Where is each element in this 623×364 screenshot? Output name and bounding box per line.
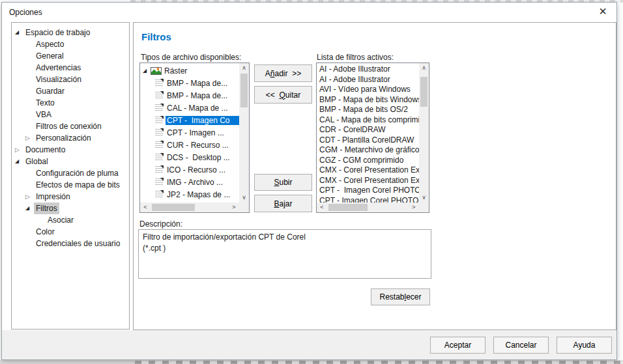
- button-label: ecer: [406, 292, 421, 301]
- active-filters-label: Lista de filtros activos:: [317, 53, 394, 62]
- horizontal-scrollbar[interactable]: < >: [317, 203, 419, 212]
- list-item[interactable]: IMG - Archivo ...: [140, 176, 239, 188]
- list-item[interactable]: CAL - Mapa de ...: [140, 102, 239, 114]
- bitmap-file-icon: [155, 128, 164, 137]
- dialog-title: Opciones: [9, 8, 42, 17]
- list-item[interactable]: BMP - Mapa de bits Windows: [317, 95, 419, 105]
- reset-button[interactable]: Restablecer: [371, 288, 430, 305]
- description-label: Descripción:: [139, 219, 182, 229]
- tree-expanded-icon[interactable]: ◢: [25, 203, 34, 214]
- tree-item-asociar[interactable]: Asociar: [12, 214, 129, 226]
- button-accel: S: [274, 178, 279, 187]
- list-item[interactable]: BMP - Mapa de...: [140, 77, 239, 89]
- scroll-left-icon[interactable]: <: [140, 203, 151, 212]
- vertical-scrollbar[interactable]: ∧ ∨: [239, 63, 249, 203]
- list-item[interactable]: CPT - Imagen ...: [140, 126, 239, 139]
- scroll-left-icon[interactable]: <: [317, 203, 327, 212]
- horizontal-scrollbar[interactable]: < >: [140, 203, 239, 212]
- add-button[interactable]: Añadir >>: [254, 64, 312, 82]
- list-item[interactable]: CGZ - CGM comprimido: [317, 156, 419, 166]
- button-accel: ñ: [270, 69, 275, 78]
- scroll-down-icon[interactable]: ∨: [419, 193, 429, 203]
- tree-item-label: Filtros de conexión: [34, 120, 104, 132]
- scroll-right-icon[interactable]: >: [409, 203, 419, 212]
- scroll-up-icon[interactable]: ∧: [239, 63, 249, 73]
- list-item[interactable]: JP2 - Mapas de ...: [140, 188, 239, 201]
- list-item[interactable]: CDR - CorelDRAW: [317, 125, 419, 135]
- bitmap-file-icon: [155, 104, 164, 112]
- tree-item-documento[interactable]: ▷Documento: [12, 144, 129, 156]
- list-item[interactable]: CGM - Metarchivo de gráficos: [317, 145, 419, 156]
- tree-item-visualizacion[interactable]: Visualización: [12, 74, 129, 85]
- scrollbar-thumb[interactable]: [240, 74, 248, 107]
- active-filters-viewport: AI - Adobe Illustrator AI - Adobe Illust…: [317, 63, 419, 203]
- tree-item-personalizacion[interactable]: ▷Personalización: [12, 132, 129, 144]
- description-box: Filtro de importación/exportación CPT de…: [138, 229, 431, 279]
- tree-item-configuracion-de-pluma[interactable]: Configuración de pluma: [12, 167, 129, 179]
- tree-item-global[interactable]: ◢Global: [12, 156, 129, 167]
- tree-collapsed-icon[interactable]: ▷: [15, 144, 23, 156]
- tree-item-label: Texto: [34, 97, 57, 109]
- list-item[interactable]: CAL - Mapa de bits comprimido: [317, 115, 419, 126]
- list-item[interactable]: CMX - Corel Presentation Exchange: [317, 176, 419, 186]
- available-types-listbox[interactable]: ◢ Ráster BMP - Mapa de... BMP - Mapa de.…: [139, 63, 250, 213]
- tree-item-color[interactable]: Color: [12, 226, 129, 238]
- button-accel: B: [274, 199, 279, 208]
- tree-item-credenciales-de-usuario[interactable]: Credenciales de usuario: [12, 238, 129, 249]
- tree-item-filtros[interactable]: ◢Filtros: [12, 203, 129, 214]
- list-item[interactable]: CPT - Imagen Corel PHOTO-PAINT: [317, 196, 419, 203]
- tree-item-espacio-de-trabajo[interactable]: ◢Espacio de trabajo: [12, 27, 129, 38]
- move-up-button[interactable]: Subir: [254, 174, 312, 191]
- tree-item-label: General: [34, 50, 66, 62]
- tree-collapsed-icon[interactable]: ▷: [25, 191, 34, 203]
- list-item[interactable]: AVI - Vídeo para Windows: [317, 85, 419, 95]
- list-item[interactable]: CPT - Imagen Corel PHOTO-PAINT: [317, 186, 419, 196]
- scroll-down-icon[interactable]: ∨: [239, 193, 249, 203]
- tree-item-label: Espacio de trabajo: [23, 27, 92, 38]
- tree-expanded-icon[interactable]: ◢: [143, 68, 151, 74]
- bitmap-file-icon: [155, 165, 164, 174]
- scroll-up-icon[interactable]: ∧: [419, 63, 429, 73]
- tree-item-advertencias[interactable]: Advertencias: [12, 62, 129, 74]
- list-item[interactable]: BMP - Mapa de...: [140, 89, 239, 102]
- scrollbar-thumb[interactable]: [152, 204, 195, 211]
- tree-expanded-icon[interactable]: ◢: [15, 156, 23, 167]
- tree-item-label: Documento: [23, 144, 67, 156]
- accept-button[interactable]: Aceptar: [430, 337, 485, 354]
- list-item[interactable]: CMX - Corel Presentation Exchange: [317, 165, 419, 176]
- scroll-right-icon[interactable]: >: [229, 203, 239, 212]
- remove-button[interactable]: << Quitar: [254, 86, 312, 104]
- tree-item-texto[interactable]: Texto: [12, 97, 129, 109]
- help-button[interactable]: Ayuda: [557, 337, 612, 354]
- list-item-label: CUR - Recurso ...: [166, 141, 230, 150]
- tree-item-guardar[interactable]: Guardar: [12, 85, 129, 97]
- scrollbar-thumb[interactable]: [420, 77, 427, 107]
- vertical-scrollbar[interactable]: ∧ ∨: [419, 63, 429, 203]
- list-item[interactable]: BMP - Mapa de bits OS/2: [317, 105, 419, 115]
- list-item[interactable]: AI - Adobe Illustrator: [317, 64, 419, 75]
- active-filters-listbox[interactable]: AI - Adobe Illustrator AI - Adobe Illust…: [316, 63, 429, 213]
- tree-item-impresion[interactable]: ▷Impresión: [12, 191, 129, 203]
- cancel-button[interactable]: Cancelar: [493, 337, 549, 354]
- tree-item-label: Visualización: [34, 74, 83, 85]
- titlebar[interactable]: Opciones ×: [2, 3, 616, 21]
- close-icon[interactable]: ×: [594, 4, 611, 20]
- list-item[interactable]: DCS - Desktop ...: [140, 151, 239, 163]
- button-label: <<: [266, 91, 280, 100]
- tree-expanded-icon[interactable]: ◢: [15, 27, 23, 38]
- list-item[interactable]: CUR - Recurso ...: [140, 139, 239, 151]
- scrollbar-thumb[interactable]: [328, 204, 368, 211]
- tree-item-vba[interactable]: VBA: [12, 109, 129, 120]
- list-item[interactable]: CDT - Plantilla CorelDRAW: [317, 135, 419, 146]
- tree-collapsed-icon[interactable]: ▷: [25, 132, 34, 144]
- tree-item-aspecto[interactable]: Aspecto: [12, 38, 129, 50]
- tree-item-filtros-de-conexion[interactable]: Filtros de conexión: [12, 120, 129, 132]
- move-down-button[interactable]: Bajar: [254, 195, 312, 212]
- list-item-selected[interactable]: CPT - Imagen Co: [140, 114, 239, 126]
- tree-item-label: Asociar: [46, 214, 76, 226]
- list-item[interactable]: AI - Adobe Illustrator: [317, 75, 419, 85]
- list-item-raster-root[interactable]: ◢ Ráster: [140, 64, 239, 77]
- tree-item-efectos-de-mapa-de-bits[interactable]: Efectos de mapa de bits: [12, 179, 129, 191]
- list-item[interactable]: ICO - Recurso ...: [140, 163, 239, 176]
- tree-item-general[interactable]: General: [12, 50, 129, 62]
